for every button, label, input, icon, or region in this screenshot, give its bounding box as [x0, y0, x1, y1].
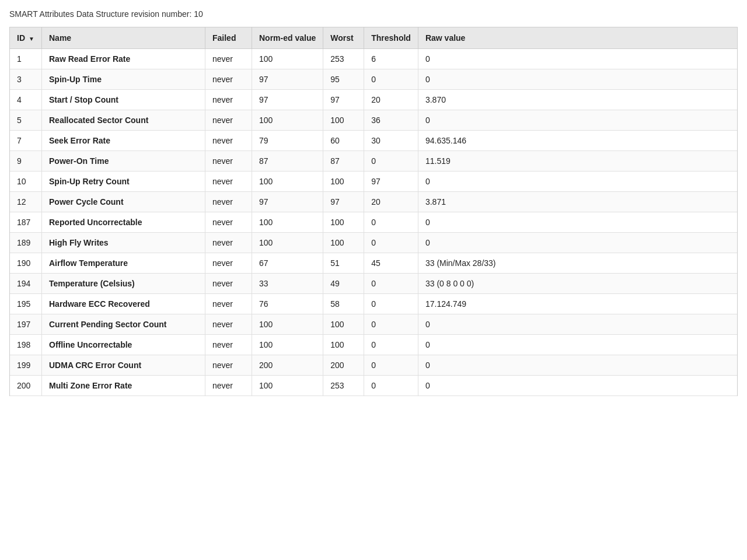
- cell-threshold: 20: [364, 90, 418, 110]
- table-row: 187Reported Uncorrectablenever10010000: [10, 212, 738, 233]
- cell-raw: 0: [418, 335, 737, 355]
- col-header-failed: Failed: [205, 27, 252, 49]
- cell-name: Offline Uncorrectable: [42, 335, 205, 355]
- cell-normed: 97: [252, 192, 323, 212]
- cell-id: 187: [10, 212, 42, 233]
- cell-name: Raw Read Error Rate: [42, 49, 205, 69]
- cell-threshold: 6: [364, 49, 418, 69]
- cell-raw: 0: [418, 49, 737, 69]
- cell-worst: 87: [323, 151, 364, 172]
- col-header-name: Name: [42, 27, 205, 49]
- cell-normed: 79: [252, 131, 323, 151]
- cell-normed: 100: [252, 376, 323, 396]
- cell-raw: 11.519: [418, 151, 737, 172]
- cell-failed: never: [205, 212, 252, 233]
- table-row: 4Start / Stop Countnever9797203.870: [10, 90, 738, 110]
- cell-normed: 100: [252, 314, 323, 335]
- cell-raw: 0: [418, 110, 737, 131]
- col-id-label: ID: [17, 33, 25, 43]
- cell-name: Airflow Temperature: [42, 253, 205, 274]
- table-row: 5Reallocated Sector Countnever100100360: [10, 110, 738, 131]
- cell-failed: never: [205, 69, 252, 90]
- cell-name: Multi Zone Error Rate: [42, 376, 205, 396]
- cell-failed: never: [205, 335, 252, 355]
- cell-worst: 100: [323, 314, 364, 335]
- cell-failed: never: [205, 355, 252, 376]
- cell-raw: 17.124.749: [418, 294, 737, 314]
- cell-worst: 200: [323, 355, 364, 376]
- cell-normed: 100: [252, 335, 323, 355]
- table-row: 1Raw Read Error Ratenever10025360: [10, 49, 738, 69]
- cell-raw: 0: [418, 212, 737, 233]
- cell-threshold: 0: [364, 212, 418, 233]
- smart-attributes-table: ID ▼ Name Failed Norm-ed value Worst Thr…: [9, 27, 738, 396]
- cell-id: 189: [10, 233, 42, 253]
- cell-normed: 100: [252, 110, 323, 131]
- cell-id: 195: [10, 294, 42, 314]
- cell-normed: 87: [252, 151, 323, 172]
- cell-failed: never: [205, 172, 252, 192]
- col-header-normed: Norm-ed value: [252, 27, 323, 49]
- cell-raw: 0: [418, 172, 737, 192]
- cell-worst: 58: [323, 294, 364, 314]
- table-row: 195Hardware ECC Recoverednever7658017.12…: [10, 294, 738, 314]
- col-header-worst: Worst: [323, 27, 364, 49]
- cell-name: Seek Error Rate: [42, 131, 205, 151]
- cell-name: Spin-Up Retry Count: [42, 172, 205, 192]
- cell-normed: 97: [252, 69, 323, 90]
- cell-worst: 49: [323, 274, 364, 294]
- cell-normed: 97: [252, 90, 323, 110]
- cell-name: Power Cycle Count: [42, 192, 205, 212]
- cell-failed: never: [205, 376, 252, 396]
- col-header-threshold: Threshold: [364, 27, 418, 49]
- cell-failed: never: [205, 131, 252, 151]
- cell-worst: 100: [323, 233, 364, 253]
- cell-threshold: 0: [364, 151, 418, 172]
- cell-id: 198: [10, 335, 42, 355]
- cell-raw: 33 (Min/Max 28/33): [418, 253, 737, 274]
- cell-raw: 0: [418, 355, 737, 376]
- cell-normed: 100: [252, 212, 323, 233]
- cell-worst: 100: [323, 110, 364, 131]
- cell-id: 5: [10, 110, 42, 131]
- cell-id: 12: [10, 192, 42, 212]
- cell-name: Spin-Up Time: [42, 69, 205, 90]
- cell-worst: 253: [323, 376, 364, 396]
- cell-failed: never: [205, 294, 252, 314]
- cell-name: Reported Uncorrectable: [42, 212, 205, 233]
- cell-worst: 95: [323, 69, 364, 90]
- cell-id: 199: [10, 355, 42, 376]
- cell-threshold: 30: [364, 131, 418, 151]
- cell-failed: never: [205, 151, 252, 172]
- cell-name: UDMA CRC Error Count: [42, 355, 205, 376]
- cell-normed: 100: [252, 49, 323, 69]
- cell-threshold: 36: [364, 110, 418, 131]
- cell-id: 190: [10, 253, 42, 274]
- table-row: 3Spin-Up Timenever979500: [10, 69, 738, 90]
- col-header-raw: Raw value: [418, 27, 737, 49]
- cell-failed: never: [205, 274, 252, 294]
- cell-normed: 100: [252, 233, 323, 253]
- cell-worst: 51: [323, 253, 364, 274]
- cell-normed: 100: [252, 172, 323, 192]
- cell-id: 10: [10, 172, 42, 192]
- sort-indicator: ▼: [29, 36, 34, 42]
- cell-name: High Fly Writes: [42, 233, 205, 253]
- page-wrapper: SMART Attributes Data Structure revision…: [0, 0, 747, 560]
- cell-normed: 76: [252, 294, 323, 314]
- table-row: 194Temperature (Celsius)never3349033 (0 …: [10, 274, 738, 294]
- cell-worst: 60: [323, 131, 364, 151]
- cell-failed: never: [205, 90, 252, 110]
- cell-failed: never: [205, 192, 252, 212]
- table-row: 7Seek Error Ratenever79603094.635.146: [10, 131, 738, 151]
- cell-failed: never: [205, 253, 252, 274]
- table-header: ID ▼ Name Failed Norm-ed value Worst Thr…: [10, 27, 738, 49]
- cell-raw: 0: [418, 376, 737, 396]
- cell-id: 1: [10, 49, 42, 69]
- table-row: 9Power-On Timenever8787011.519: [10, 151, 738, 172]
- col-header-id[interactable]: ID ▼: [10, 27, 42, 49]
- cell-normed: 67: [252, 253, 323, 274]
- cell-name: Start / Stop Count: [42, 90, 205, 110]
- cell-worst: 100: [323, 212, 364, 233]
- cell-raw: 33 (0 8 0 0 0): [418, 274, 737, 294]
